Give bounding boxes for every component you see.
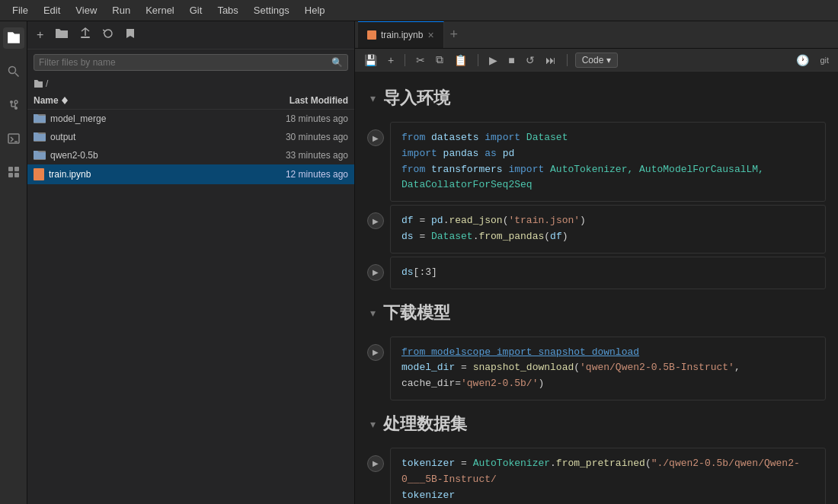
icon-bar bbox=[0, 21, 27, 504]
new-folder-btn[interactable] bbox=[53, 27, 71, 43]
code-token: snapshot_download bbox=[473, 362, 574, 373]
new-file-btn[interactable]: + bbox=[34, 27, 46, 43]
menu-run[interactable]: Run bbox=[106, 3, 136, 18]
cell-type-select[interactable]: Code ▾ bbox=[575, 53, 619, 68]
menu-file[interactable]: File bbox=[6, 3, 34, 18]
breadcrumb: / bbox=[27, 75, 354, 92]
section-title: 下载模型 bbox=[383, 301, 450, 324]
tab-bar: train.ipynb × + bbox=[355, 21, 838, 49]
sidebar-git-btn[interactable] bbox=[3, 94, 24, 116]
sidebar-terminal-btn[interactable] bbox=[3, 128, 24, 149]
code-token: 'train.json' bbox=[508, 215, 580, 226]
code-token: datasets bbox=[425, 132, 485, 143]
svg-rect-13 bbox=[14, 173, 19, 177]
code-token: model_dir bbox=[401, 362, 455, 373]
code-token: ) bbox=[562, 231, 568, 242]
section-chevron-icon[interactable]: ▾ bbox=[370, 418, 376, 430]
section-header: ▾ 处理数据集 bbox=[355, 404, 838, 445]
git-button[interactable]: git bbox=[817, 54, 832, 66]
code-token: import bbox=[508, 164, 544, 175]
file-panel-toolbar: + bbox=[27, 21, 354, 49]
section-title: 处理数据集 bbox=[383, 413, 467, 435]
cell-code[interactable]: ds[:3] bbox=[390, 257, 826, 289]
notebook-icon bbox=[367, 30, 376, 40]
menu-view[interactable]: View bbox=[69, 3, 103, 18]
close-tab-icon[interactable]: × bbox=[427, 29, 433, 41]
menu-tabs[interactable]: Tabs bbox=[211, 3, 244, 18]
bookmark-btn[interactable] bbox=[123, 27, 138, 43]
code-token: df bbox=[550, 231, 562, 242]
sidebar-search-btn[interactable] bbox=[3, 61, 24, 82]
code-token: from modelscope import snapshot_download bbox=[401, 346, 639, 358]
file-list: model_merge18 minutes agooutput30 minute… bbox=[27, 110, 354, 504]
cell-code[interactable]: from datasets import Datasetimport panda… bbox=[390, 122, 826, 202]
search-input[interactable] bbox=[39, 57, 331, 68]
code-token: = bbox=[414, 215, 431, 226]
code-token: 'qwen2-0.5b/' bbox=[461, 378, 538, 389]
svg-point-2 bbox=[10, 100, 13, 104]
menu-git[interactable]: Git bbox=[184, 3, 209, 18]
tab-train-ipynb[interactable]: train.ipynb × bbox=[358, 21, 444, 48]
run-cell-button[interactable]: ▶ bbox=[367, 455, 384, 472]
clock-button[interactable]: 🕐 bbox=[793, 53, 812, 68]
code-token: read_json bbox=[449, 215, 502, 226]
code-cell: ▶from modelscope import snapshot_downloa… bbox=[367, 337, 826, 400]
file-item[interactable]: qwen2-0.5b33 minutes ago bbox=[27, 146, 354, 164]
code-token: pd bbox=[431, 215, 443, 226]
code-token: . bbox=[550, 458, 556, 469]
sidebar-files-btn[interactable] bbox=[3, 27, 24, 49]
search-bar[interactable]: 🔍 bbox=[34, 54, 348, 71]
cut-button[interactable]: ✂ bbox=[413, 53, 428, 68]
menu-edit[interactable]: Edit bbox=[37, 3, 66, 18]
skip-button[interactable]: ⏭ bbox=[542, 53, 559, 68]
menu-bar: File Edit View Run Kernel Git Tabs Setti… bbox=[0, 0, 838, 21]
section-chevron-icon[interactable]: ▾ bbox=[370, 92, 376, 104]
add-tab-button[interactable]: + bbox=[444, 21, 465, 48]
section-header: ▾ 下载模型 bbox=[355, 292, 838, 333]
menu-help[interactable]: Help bbox=[299, 3, 331, 18]
add-cell-button[interactable]: + bbox=[385, 53, 397, 68]
menu-settings[interactable]: Settings bbox=[248, 3, 296, 18]
upload-btn[interactable] bbox=[77, 26, 94, 44]
svg-point-0 bbox=[8, 67, 15, 74]
cell-code[interactable]: tokenizer = AutoTokenizer.from_pretraine… bbox=[390, 448, 826, 504]
svg-rect-10 bbox=[8, 167, 13, 171]
folder-icon bbox=[34, 114, 46, 123]
cell-code[interactable]: from modelscope import snapshot_download… bbox=[390, 337, 826, 400]
section-chevron-icon[interactable]: ▾ bbox=[370, 307, 376, 319]
code-line: from datasets import Dataset bbox=[401, 130, 814, 146]
code-line: import pandas as pd bbox=[401, 146, 814, 162]
code-token: ds bbox=[401, 231, 414, 242]
file-item[interactable]: train.ipynb12 minutes ago bbox=[27, 164, 354, 184]
code-token: Dataset bbox=[520, 132, 568, 143]
save-button[interactable]: 💾 bbox=[361, 53, 380, 68]
svg-rect-12 bbox=[8, 173, 13, 177]
menu-kernel[interactable]: Kernel bbox=[139, 3, 181, 18]
code-cell: ▶tokenizer = AutoTokenizer.from_pretrain… bbox=[367, 448, 826, 504]
paste-button[interactable]: 📋 bbox=[451, 53, 470, 68]
refresh-btn[interactable] bbox=[100, 27, 117, 43]
run-cell-button[interactable]: ▶ bbox=[367, 344, 384, 361]
file-item[interactable]: output30 minutes ago bbox=[27, 128, 354, 146]
toolbar-separator-3 bbox=[567, 54, 568, 66]
cell-code[interactable]: df = pd.read_json('train.json')ds = Data… bbox=[390, 205, 826, 254]
main-area: + 🔍 / Name bbox=[0, 21, 838, 504]
restart-button[interactable]: ↺ bbox=[523, 53, 538, 68]
code-line: tokenizer bbox=[401, 488, 814, 504]
notebook-icon bbox=[34, 168, 44, 180]
stop-button[interactable]: ■ bbox=[505, 53, 517, 68]
file-modified: 18 minutes ago bbox=[249, 113, 348, 124]
sidebar-extensions-btn[interactable] bbox=[3, 161, 24, 183]
run-cell-button[interactable]: ▶ bbox=[367, 212, 384, 229]
run-cell-button[interactable]: ▶ bbox=[367, 264, 384, 281]
column-name[interactable]: Name bbox=[34, 95, 249, 106]
code-token: [:3] bbox=[414, 266, 437, 278]
file-panel: + 🔍 / Name bbox=[27, 21, 355, 504]
run-cell-button[interactable]: ▶ bbox=[367, 129, 384, 146]
notebook-toolbar: 💾 + ✂ ⧉ 📋 ▶ ■ ↺ ⏭ Code ▾ 🕐 git bbox=[355, 49, 838, 72]
column-modified[interactable]: Last Modified bbox=[249, 95, 348, 106]
copy-button[interactable]: ⧉ bbox=[433, 52, 446, 68]
file-item[interactable]: model_merge18 minutes ago bbox=[27, 110, 354, 128]
code-token: = bbox=[455, 458, 472, 469]
run-button[interactable]: ▶ bbox=[486, 53, 501, 68]
